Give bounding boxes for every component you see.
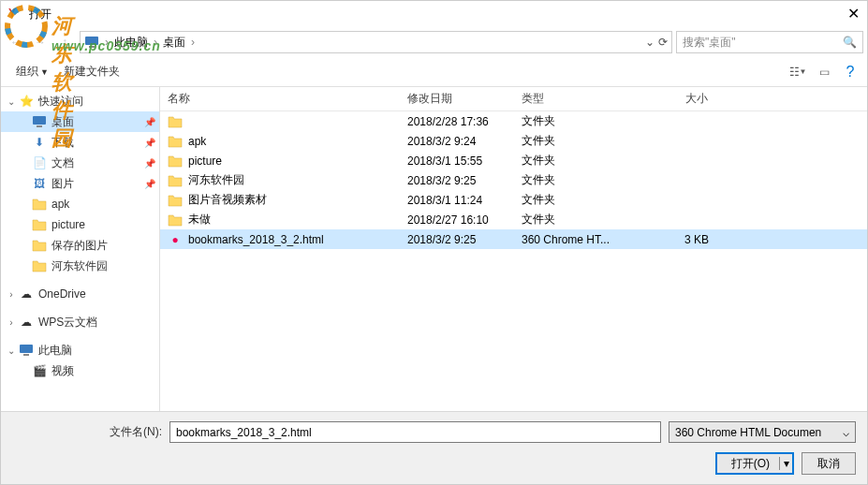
sidebar-quick-access[interactable]: ⌄ ⭐ 快速访问 bbox=[1, 91, 159, 111]
cloud-icon: ☁ bbox=[18, 315, 35, 330]
preview-pane-button[interactable]: ▭ bbox=[815, 63, 833, 81]
sidebar-item-label: OneDrive bbox=[38, 287, 86, 301]
file-name: picture bbox=[188, 154, 222, 168]
pin-icon: 📌 bbox=[144, 117, 155, 127]
sidebar-item-label: apk bbox=[51, 198, 69, 211]
folder-icon bbox=[168, 193, 183, 208]
sidebar-item-video[interactable]: 🎬 视频 bbox=[1, 360, 159, 381]
file-date: 2018/2/27 16:10 bbox=[400, 213, 514, 227]
file-name: 图片音视频素材 bbox=[188, 192, 267, 208]
svg-rect-2 bbox=[85, 37, 98, 45]
file-type-filter[interactable]: 360 Chrome HTML Documen ⌵ bbox=[669, 421, 856, 443]
collapse-icon[interactable]: ⌄ bbox=[5, 96, 18, 107]
search-input[interactable]: 搜索"桌面" 🔍 bbox=[676, 31, 863, 53]
file-type: 文件夹 bbox=[514, 153, 623, 169]
file-row[interactable]: 河东软件园2018/3/2 9:25文件夹 bbox=[160, 170, 867, 190]
chevron-right-icon: › bbox=[189, 36, 197, 49]
crumb-thispc[interactable]: 此电脑 bbox=[110, 35, 152, 51]
file-row[interactable]: 未做2018/2/27 16:10文件夹 bbox=[160, 210, 867, 229]
sidebar-wps[interactable]: › ☁ WPS云文档 bbox=[1, 312, 159, 332]
html-icon: ● bbox=[168, 232, 183, 247]
file-date: 2018/3/1 11:24 bbox=[400, 194, 514, 207]
file-type: 文件夹 bbox=[514, 212, 623, 228]
file-date: 2018/3/2 9:25 bbox=[400, 233, 514, 246]
close-button[interactable]: ✕ bbox=[847, 5, 860, 22]
nav-up-button[interactable]: ↑ bbox=[53, 31, 76, 53]
svg-rect-7 bbox=[23, 354, 29, 356]
download-icon: ⬇ bbox=[31, 135, 48, 150]
file-list-header: 名称 修改日期 类型 大小 bbox=[160, 87, 867, 111]
file-name: 河东软件园 bbox=[188, 172, 244, 188]
pin-icon: 📌 bbox=[144, 158, 155, 169]
chevron-down-icon[interactable]: ▾ bbox=[779, 457, 789, 470]
new-folder-button[interactable]: 新建文件夹 bbox=[56, 60, 127, 83]
pc-icon bbox=[18, 343, 35, 358]
filter-text: 360 Chrome HTML Documen bbox=[675, 426, 821, 439]
file-row[interactable]: ●bookmarks_2018_3_2.html2018/3/2 9:25360… bbox=[160, 229, 867, 249]
nav-forward-button[interactable]: → bbox=[29, 31, 51, 53]
folder-icon bbox=[168, 154, 183, 169]
svg-rect-5 bbox=[37, 125, 42, 127]
file-row[interactable]: apk2018/3/2 9:24文件夹 bbox=[160, 131, 867, 151]
folder-icon bbox=[31, 258, 48, 273]
file-type: 360 Chrome HT... bbox=[514, 233, 623, 246]
video-icon: 🎬 bbox=[31, 363, 48, 378]
view-options-button[interactable]: ☷ ▼ bbox=[788, 63, 807, 81]
sidebar-item-label: 文档 bbox=[51, 155, 74, 171]
refresh-icon[interactable]: ⟳ bbox=[658, 36, 668, 49]
sidebar-onedrive[interactable]: › ☁ OneDrive bbox=[1, 284, 159, 304]
sidebar: ⌄ ⭐ 快速访问 桌面📌⬇下载📌📄文档📌🖼图片📌apkpicture保存的图片河… bbox=[1, 87, 160, 434]
file-type: 文件夹 bbox=[514, 172, 623, 188]
sidebar-item-label: 河东软件园 bbox=[51, 258, 108, 274]
expand-icon[interactable]: › bbox=[5, 289, 18, 300]
file-row[interactable]: 2018/2/28 17:36文件夹 bbox=[160, 111, 867, 131]
pc-icon bbox=[84, 35, 99, 50]
sidebar-item-label: 桌面 bbox=[51, 114, 74, 130]
sidebar-item[interactable]: 📄文档📌 bbox=[1, 153, 159, 173]
sidebar-item[interactable]: 河东软件园 bbox=[1, 256, 159, 276]
sidebar-item-label: 图片 bbox=[51, 176, 74, 192]
sidebar-item[interactable]: 🖼图片📌 bbox=[1, 173, 159, 194]
file-row[interactable]: 图片音视频素材2018/3/1 11:24文件夹 bbox=[160, 190, 867, 210]
address-dropdown-icon[interactable]: ⌄ bbox=[645, 36, 655, 49]
column-header-date[interactable]: 修改日期 bbox=[400, 87, 514, 110]
cancel-button[interactable]: 取消 bbox=[802, 452, 856, 475]
folder-icon bbox=[168, 213, 183, 228]
sidebar-item[interactable]: 桌面📌 bbox=[1, 111, 159, 132]
sidebar-item[interactable]: ⬇下载📌 bbox=[1, 132, 159, 153]
sidebar-item[interactable]: picture bbox=[1, 214, 159, 235]
svg-rect-4 bbox=[33, 116, 46, 125]
chevron-right-icon: › bbox=[103, 36, 110, 49]
file-date: 2018/3/2 9:25 bbox=[400, 174, 514, 187]
file-list: 名称 修改日期 类型 大小 2018/2/28 17:36文件夹apk2018/… bbox=[160, 87, 867, 434]
column-header-size[interactable]: 大小 bbox=[623, 87, 716, 110]
cloud-icon: ☁ bbox=[18, 287, 35, 301]
column-header-name[interactable]: 名称 bbox=[160, 87, 400, 110]
help-button[interactable]: ? bbox=[841, 63, 860, 81]
sidebar-this-pc[interactable]: ⌄ 此电脑 bbox=[1, 340, 159, 360]
breadcrumb-bar[interactable]: › 此电脑 › 桌面 › ⌄ ⟳ bbox=[80, 31, 672, 53]
nav-bar: ← → ↑ › 此电脑 › 桌面 › ⌄ ⟳ 搜索"桌面" 🔍 bbox=[1, 27, 867, 57]
svg-rect-6 bbox=[20, 345, 33, 353]
window-title: 打开 bbox=[29, 7, 51, 22]
collapse-icon[interactable]: ⌄ bbox=[5, 345, 18, 356]
svg-rect-3 bbox=[89, 46, 95, 48]
nav-back-button[interactable]: ← bbox=[5, 31, 27, 53]
folder-icon bbox=[31, 197, 48, 212]
expand-icon[interactable]: › bbox=[5, 317, 18, 328]
file-date: 2018/2/28 17:36 bbox=[400, 115, 514, 128]
folder-icon bbox=[31, 238, 48, 253]
folder-icon bbox=[168, 114, 183, 129]
folder-icon bbox=[168, 134, 183, 149]
organize-button[interactable]: 组织▼ bbox=[8, 60, 56, 83]
sidebar-item[interactable]: 保存的图片 bbox=[1, 235, 159, 256]
file-row[interactable]: picture2018/3/1 15:55文件夹 bbox=[160, 151, 867, 170]
crumb-desktop[interactable]: 桌面 bbox=[159, 35, 189, 51]
sidebar-item[interactable]: apk bbox=[1, 194, 159, 214]
open-button[interactable]: 打开(O) ▾ bbox=[715, 452, 794, 475]
search-icon[interactable]: 🔍 bbox=[843, 36, 857, 49]
column-header-type[interactable]: 类型 bbox=[514, 87, 623, 110]
file-name: 未做 bbox=[188, 212, 211, 228]
filename-input[interactable] bbox=[169, 421, 661, 443]
app-icon: Y bbox=[8, 7, 23, 22]
